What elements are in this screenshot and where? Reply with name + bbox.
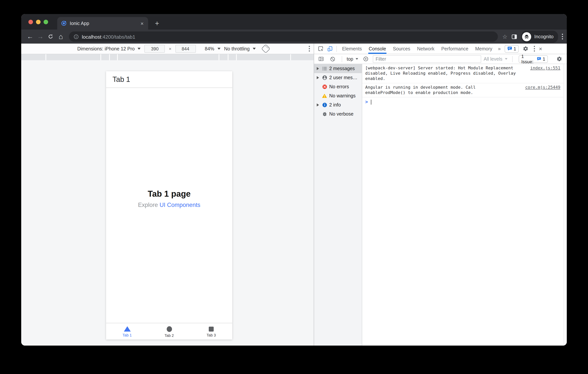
- log-levels-select[interactable]: All levels: [484, 56, 508, 62]
- issues-badge[interactable]: 1: [504, 45, 519, 53]
- devtools-close-icon[interactable]: ×: [539, 45, 542, 52]
- sidebar-item-info[interactable]: 2 info: [314, 100, 362, 109]
- media-query-bar[interactable]: [21, 54, 314, 60]
- caret-down-icon: [138, 48, 141, 50]
- error-icon: [322, 84, 327, 90]
- issues-count: 1: [543, 56, 545, 62]
- console-sidebar-toggle-icon[interactable]: [316, 54, 326, 64]
- toggle-device-toolbar-icon[interactable]: [326, 44, 335, 53]
- console-message: [webpack-dev-server] Server started: Hot…: [362, 64, 563, 83]
- issues-count: 1: [514, 46, 516, 51]
- window-controls: [21, 14, 48, 30]
- zoom-select[interactable]: 84%: [205, 46, 220, 51]
- app-tab-bar: Tab 1 Tab 2 Tab 3: [106, 323, 232, 340]
- tab-close-icon[interactable]: ×: [139, 20, 145, 27]
- minimize-window-button[interactable]: [36, 20, 41, 24]
- more-tabs-icon[interactable]: »: [496, 46, 503, 52]
- devtools-settings-icon[interactable]: [521, 44, 530, 53]
- browser-toolbar: ← → ⌂ localhost:4200/tabs/tab1: [21, 30, 567, 43]
- browser-menu-icon[interactable]: [562, 34, 563, 39]
- site-info-icon[interactable]: [74, 34, 79, 39]
- throttling-select[interactable]: No throttling: [224, 46, 256, 51]
- console-sidebar: 2 messages 2 user mes…: [314, 64, 362, 346]
- device-frame: Tab 1 Tab 1 page Explore UI Components: [106, 71, 232, 340]
- sidebar-item-verbose[interactable]: No verbose: [314, 109, 362, 119]
- incognito-label: Incognito: [534, 34, 554, 39]
- zoom-window-button[interactable]: [43, 20, 48, 24]
- clear-console-icon[interactable]: [328, 54, 337, 64]
- console-source-link[interactable]: core.mjs:25449: [525, 85, 560, 96]
- device-width-input[interactable]: [145, 45, 165, 53]
- bookmark-star-icon[interactable]: ☆: [502, 33, 507, 40]
- issues-label: 1 Issue:: [521, 53, 535, 64]
- reload-icon[interactable]: [45, 32, 56, 42]
- execution-context-select[interactable]: top: [347, 56, 359, 62]
- forward-icon[interactable]: →: [35, 32, 45, 42]
- app-tab-3[interactable]: Tab 3: [190, 323, 232, 340]
- devtools-tab-network[interactable]: Network: [414, 43, 438, 54]
- square-icon: [209, 326, 214, 331]
- sidebar-item-errors[interactable]: No errors: [314, 82, 362, 91]
- close-window-button[interactable]: [28, 20, 33, 24]
- levels-label: All levels: [484, 56, 502, 62]
- devtools-tab-memory[interactable]: Memory: [472, 43, 496, 54]
- devtools-tab-console[interactable]: Console: [365, 43, 389, 54]
- expander-icon[interactable]: [316, 103, 320, 107]
- device-toolbar-menu-icon[interactable]: [309, 46, 314, 52]
- device-select[interactable]: Dimensions: iPhone 12 Pro: [77, 46, 141, 51]
- browser-tab-ionic-app[interactable]: Ionic App ×: [57, 17, 148, 30]
- url-host: localhost: [82, 34, 101, 40]
- expander-icon[interactable]: [316, 67, 320, 70]
- issues-counter-button[interactable]: 1 Issue: 1: [519, 55, 548, 63]
- rotate-device-icon[interactable]: [261, 44, 270, 53]
- caret-down-icon: [253, 48, 256, 50]
- new-tab-button[interactable]: +: [153, 20, 161, 27]
- sidebar-item-label: 2 messages: [329, 66, 362, 71]
- url-text: localhost:4200/tabs/tab1: [82, 33, 135, 40]
- console-filter-input[interactable]: [373, 55, 481, 63]
- home-icon[interactable]: ⌂: [56, 32, 66, 42]
- profile-badge[interactable]: Incognito: [522, 31, 558, 43]
- ui-components-link[interactable]: UI Components: [159, 201, 200, 208]
- explore-text: Explore: [138, 201, 159, 208]
- ionic-favicon-icon: [61, 21, 67, 26]
- devtools-tab-elements[interactable]: Elements: [339, 43, 365, 54]
- emulated-viewport: Tab 1 Tab 1 page Explore UI Components: [21, 60, 314, 346]
- devtools-tab-performance[interactable]: Performance: [438, 43, 472, 54]
- console-source-link[interactable]: index.js:551: [530, 65, 560, 82]
- inspect-element-icon[interactable]: [316, 44, 326, 53]
- sidebar-item-all-messages[interactable]: 2 messages: [314, 64, 362, 73]
- console-settings-icon[interactable]: [555, 54, 564, 64]
- issue-bubble-icon: [537, 56, 541, 61]
- app-tab-label: Tab 1: [123, 333, 132, 337]
- ellipse-icon: [167, 326, 172, 332]
- text-cursor: [371, 99, 371, 104]
- eye-icon[interactable]: [361, 54, 370, 64]
- device-height-input[interactable]: [175, 45, 196, 53]
- back-icon[interactable]: ←: [25, 32, 35, 42]
- side-panel-icon[interactable]: [511, 33, 518, 40]
- console-prompt[interactable]: >: [362, 97, 563, 107]
- console-scrollbar[interactable]: [563, 64, 567, 346]
- devtools-tab-sources[interactable]: Sources: [389, 43, 414, 54]
- console-messages: [webpack-dev-server] Server started: Hot…: [362, 64, 563, 346]
- app-tab-2[interactable]: Tab 2: [148, 323, 190, 340]
- sidebar-item-user-messages[interactable]: 2 user mes…: [314, 73, 362, 82]
- address-bar[interactable]: localhost:4200/tabs/tab1: [69, 32, 498, 42]
- throttling-value: No throttling: [224, 46, 250, 51]
- prompt-chevron-icon: >: [365, 99, 368, 105]
- browser-window: Ionic App × + ← → ⌂: [21, 14, 567, 346]
- bug-icon: [322, 111, 327, 117]
- app-tab-label: Tab 2: [165, 333, 174, 337]
- sidebar-item-label: 2 user mes…: [329, 75, 362, 80]
- app-page-title: Tab 1 page: [106, 189, 232, 199]
- devtools-tab-bar: Elements Console Sources Network Perform…: [314, 43, 567, 54]
- user-icon: [322, 75, 327, 81]
- caret-down-icon: [505, 58, 507, 60]
- devtools-menu-icon[interactable]: [534, 46, 535, 52]
- sidebar-item-warnings[interactable]: No warnings: [314, 91, 362, 100]
- url-path: :4200/tabs/tab1: [101, 34, 135, 40]
- tab-strip: Ionic App × +: [21, 14, 567, 30]
- expander-icon[interactable]: [316, 76, 320, 79]
- app-tab-1[interactable]: Tab 1: [106, 323, 148, 340]
